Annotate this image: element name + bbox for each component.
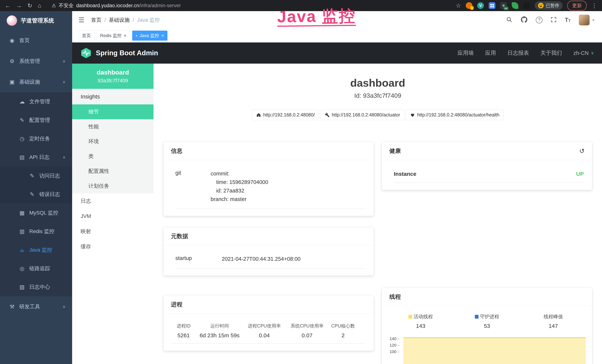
fullscreen-icon[interactable] <box>551 17 557 23</box>
sba-instance-id: 93a3fc7f7409 <box>98 78 128 84</box>
sidebar-item-file-manage[interactable]: ☁ 文件管理 <box>0 92 72 111</box>
brand: 芋道管理系统 <box>0 11 72 30</box>
sidebar-item-label: 基础设施 <box>19 78 40 86</box>
sidebar-item-java-monitor[interactable]: ☕ Java 监控 <box>0 241 72 259</box>
extension-switchy-icon[interactable]: on <box>500 2 507 9</box>
sidebar-item-redis-monitor[interactable]: ▥ Redis 监控 <box>0 222 72 241</box>
sidebar-item-tracing[interactable]: ◎ 链路追踪 <box>0 259 72 278</box>
eye-icon: ◎ <box>18 265 26 272</box>
avatar[interactable] <box>579 15 590 25</box>
sidebar-item-label: 日志中心 <box>29 284 50 290</box>
sidebar-item-home[interactable]: ◉ 首页 <box>0 30 72 51</box>
sidebar-item-mysql-monitor[interactable]: ▦ MySQL 监控 <box>0 203 72 222</box>
sidebar-toggle-icon[interactable]: ☰ <box>78 16 84 24</box>
sba-section-insights: Insights <box>72 89 153 104</box>
sidebar-item-access-logs[interactable]: ✎ 访问日志 <box>0 167 72 185</box>
java-icon: ☕ <box>18 247 26 253</box>
home-icon[interactable]: ⌂ <box>38 3 41 9</box>
github-icon[interactable] <box>521 16 528 24</box>
process-table: 进程ID 5261 运行时间 6d 23h 15m 59s 进程CPU使用率 <box>171 318 366 344</box>
health-row-instance[interactable]: Instance UP <box>394 164 584 183</box>
process-value: 0.04 <box>243 332 286 339</box>
font-size-icon[interactable]: TT <box>565 17 571 23</box>
extension-vue-devtools-icon[interactable]: V <box>477 2 484 9</box>
sidebar-item-error-logs[interactable]: ✎ 错误日志 <box>0 185 72 203</box>
sba-item-metrics[interactable]: 性能 <box>72 119 153 134</box>
extension-tampermonkey-icon[interactable] <box>523 2 530 9</box>
sidebar-item-config-manage[interactable]: ✎ 配置管理 <box>0 111 72 129</box>
document-icon: ▤ <box>18 154 26 161</box>
wrench-icon <box>325 113 330 117</box>
sidebar-item-label: 文件管理 <box>29 98 50 105</box>
extension-grid-icon[interactable] <box>489 2 495 9</box>
health-card: 健康 ↺ Instance UP <box>382 142 592 190</box>
chrome-menu-icon[interactable]: ⋮ <box>591 3 597 9</box>
app-sidebar: 芋道管理系统 ◉ 首页 ⚙ 系统管理 ∨ ▣ 基础设施 ∧ ☁ 文件管理 ✎ <box>0 11 72 364</box>
sidebar-item-log-center[interactable]: ▧ 日志中心 <box>0 278 72 296</box>
close-icon[interactable]: × <box>161 33 164 38</box>
right-card-column: 健康 ↺ Instance UP 线程 <box>382 142 592 364</box>
sba-item-scheduled-tasks[interactable]: 计划任务 <box>72 179 153 193</box>
sba-item-logs[interactable]: 日志 <box>72 193 153 209</box>
chrome-update-button[interactable]: 更新 <box>567 1 587 11</box>
instance-id-line: Id: 93a3fc7f7409 <box>163 92 592 99</box>
sba-nav-wallboard[interactable]: 应用墙 <box>458 49 474 57</box>
extension-leaf-icon[interactable] <box>512 2 518 9</box>
sba-nav-journal[interactable]: 日志报表 <box>507 49 529 57</box>
sba-language-select[interactable]: zh-CN ∨ <box>573 50 594 56</box>
service-url-button[interactable]: http://192.168.0.2:48080/ <box>252 110 319 120</box>
sba-nav-applications[interactable]: 应用 <box>485 49 496 57</box>
process-value: 0.07 <box>286 332 329 339</box>
sba-item-config-props[interactable]: 配置属性 <box>72 164 153 179</box>
sidebar-item-system[interactable]: ⚙ 系统管理 ∨ <box>0 51 72 72</box>
tab-label: 首页 <box>82 33 91 39</box>
close-icon[interactable]: × <box>124 33 127 38</box>
help-icon[interactable]: ? <box>536 17 542 23</box>
sba-item-environment[interactable]: 环境 <box>72 134 153 149</box>
navbar-actions: ? TT ∨ <box>506 15 602 25</box>
sidebar-item-dev-tools[interactable]: ⚒ 研发工具 ∨ <box>0 296 72 317</box>
active-dot-icon: ● <box>136 34 137 37</box>
tab-java-monitor[interactable]: ● Java 监控 × <box>132 31 167 41</box>
brand-avatar <box>7 15 17 26</box>
sidebar-item-api-logs[interactable]: ▤ API 日志 ∧ <box>0 148 72 167</box>
edit-icon: ✎ <box>18 117 26 123</box>
help-glyph: ? <box>538 17 540 22</box>
sba-item-mappings[interactable]: 映射 <box>72 224 153 239</box>
tab-redis-monitor[interactable]: Redis 监控 × <box>97 31 130 41</box>
tab-label: Redis 监控 <box>100 33 122 39</box>
left-card-column: 信息 git commit: time: 1596289704000 id: 2… <box>163 142 374 351</box>
edit-icon: ✎ <box>28 173 36 179</box>
back-icon[interactable]: ← <box>5 3 11 9</box>
breadcrumb-infra[interactable]: 基础设施 <box>109 17 129 23</box>
search-icon[interactable] <box>506 17 512 23</box>
sba-instance-header[interactable]: dashboard 93a3fc7f7409 <box>72 64 153 89</box>
tab-home[interactable]: 首页 <box>78 31 94 41</box>
breadcrumb-separator: / <box>133 17 134 23</box>
sba-item-caches[interactable]: 缓存 <box>72 239 153 254</box>
paused-extension-chip[interactable]: 已暂停 <box>535 1 562 10</box>
sidebar-item-label: API 日志 <box>29 154 50 161</box>
git-commit-label: commit: <box>211 169 268 178</box>
actuator-url-button[interactable]: http://192.168.0.2:48080/actuator <box>321 110 404 120</box>
history-icon[interactable]: ↺ <box>579 148 585 154</box>
avatar-caret-icon[interactable]: ∨ <box>592 18 595 22</box>
security-label: 不安全 <box>59 2 74 9</box>
sba-item-details[interactable]: 细节 <box>72 104 153 119</box>
forward-icon[interactable]: → <box>16 3 22 9</box>
sba-item-jvm[interactable]: JVM <box>72 209 153 224</box>
git-commit-time: time: 1596289704000 <box>211 178 268 186</box>
sba-nav-about[interactable]: 关于我们 <box>540 49 562 57</box>
bookmark-star-icon[interactable]: ☆ <box>456 3 461 9</box>
address-bar[interactable]: ⚠ 不安全 dashboard.yudao.iocoder.cn/infra/a… <box>52 2 181 9</box>
reload-icon[interactable]: ↻ <box>27 3 32 9</box>
sba-brand[interactable]: Spring Boot Admin <box>80 47 158 59</box>
legend-value: 53 <box>484 323 490 329</box>
sidebar-item-infra[interactable]: ▣ 基础设施 ∧ <box>0 72 72 92</box>
health-url-button[interactable]: http://192.168.0.2:48080/actuator/health <box>406 110 504 120</box>
breadcrumb-home[interactable]: 首页 <box>91 17 101 23</box>
extension-orange-icon[interactable]: 1 <box>466 2 473 9</box>
sba-item-classes[interactable]: 类 <box>72 149 153 164</box>
sidebar-item-scheduled-jobs[interactable]: ◷ 定时任务 <box>0 129 72 148</box>
sidebar-item-label: 配置管理 <box>29 117 50 124</box>
